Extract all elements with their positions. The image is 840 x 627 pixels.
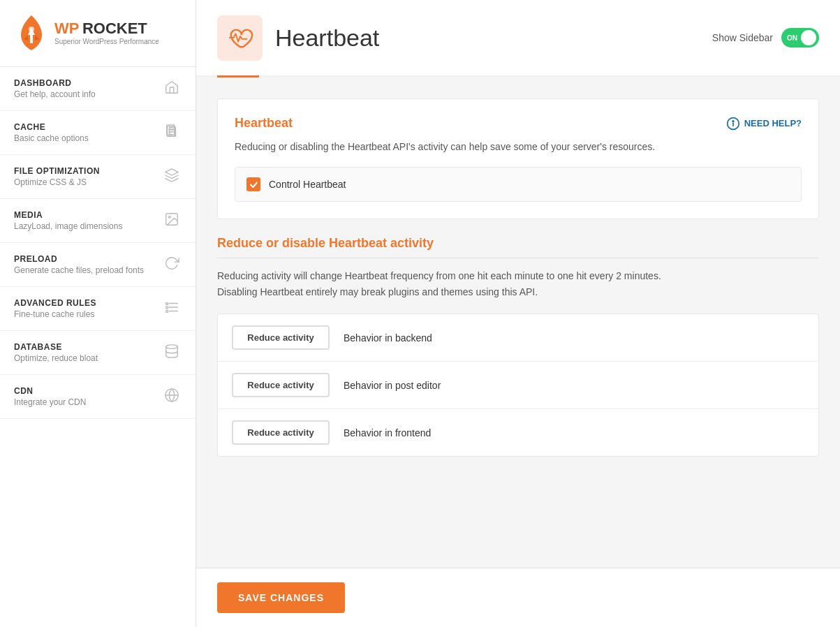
svg-point-16 <box>732 120 734 121</box>
file-icon <box>162 124 182 142</box>
sidebar-item-media[interactable]: MEDIA LazyLoad, image dimensions <box>0 199 196 243</box>
need-help-button[interactable]: NEED HELP? <box>726 117 802 131</box>
toggle-on-label: ON <box>784 34 797 42</box>
reduce-divider <box>217 258 819 258</box>
sidebar-item-cdn[interactable]: CDN Integrate your CDN <box>0 375 196 419</box>
header-left: Heartbeat <box>217 15 379 61</box>
reduce-activity-post-editor-button[interactable]: Reduce activity <box>232 373 330 397</box>
content-area: Heartbeat NEED HELP? Reducing or disabli… <box>196 78 840 568</box>
sidebar-item-file-optimization[interactable]: FILE OPTIMIZATION Optimize CSS & JS <box>0 155 196 199</box>
heartbeat-section-title: Heartbeat <box>235 116 293 131</box>
control-heartbeat-row: Control Heartbeat <box>235 167 802 202</box>
behavior-row-post-editor: Reduce activity Behavior in post editor <box>218 362 818 409</box>
logo-tagline: Superior WordPress Performance <box>54 38 159 45</box>
logo-text: WP ROCKET Superior WordPress Performance <box>54 21 159 45</box>
svg-marker-3 <box>165 168 178 175</box>
checkbox-check-icon <box>249 180 258 189</box>
sidebar-item-database[interactable]: DATABASE Optimize, reduce bloat <box>0 331 196 375</box>
page-title: Heartbeat <box>275 24 379 52</box>
sidebar: WP ROCKET Superior WordPress Performance… <box>0 0 196 627</box>
behavior-desc-frontend: Behavior in frontend <box>344 427 431 438</box>
heartbeat-section: Heartbeat NEED HELP? Reducing or disabli… <box>217 98 819 219</box>
globe-icon <box>162 388 182 406</box>
svg-rect-9 <box>166 302 168 304</box>
toggle-knob <box>801 30 816 45</box>
main-content: Heartbeat Show Sidebar ON Heartbeat <box>196 0 840 627</box>
behavior-row-backend: Reduce activity Behavior in backend <box>218 314 818 362</box>
page-header: Heartbeat Show Sidebar ON <box>196 0 840 77</box>
image-icon <box>162 212 182 230</box>
svg-point-0 <box>29 27 34 32</box>
svg-rect-11 <box>166 310 168 312</box>
house-icon <box>162 80 182 98</box>
layers-icon <box>162 168 182 186</box>
heartbeat-description: Reducing or disabling the Heartbeat API'… <box>235 139 802 154</box>
reduce-activity-backend-button[interactable]: Reduce activity <box>232 325 330 350</box>
sidebar-item-cache[interactable]: CACHE Basic cache options <box>0 111 196 155</box>
reduce-section-title: Reduce or disable Heartbeat activity <box>217 236 819 251</box>
wp-rocket-logo-icon <box>14 14 49 52</box>
control-heartbeat-label: Control Heartbeat <box>269 179 346 190</box>
refresh-icon <box>162 256 182 274</box>
reduce-activity-frontend-button[interactable]: Reduce activity <box>232 420 330 445</box>
header-right: Show Sidebar ON <box>712 28 819 47</box>
behavior-grid: Reduce activity Behavior in backend Redu… <box>217 314 819 457</box>
behavior-desc-post-editor: Behavior in post editor <box>344 380 441 391</box>
reduce-section: Reduce or disable Heartbeat activity Red… <box>217 236 819 457</box>
show-sidebar-toggle[interactable]: ON <box>781 28 819 47</box>
svg-rect-10 <box>166 307 168 309</box>
svg-point-5 <box>168 216 170 218</box>
save-area: SAVE CHANGES <box>196 568 840 627</box>
need-help-label: NEED HELP? <box>744 118 802 128</box>
database-icon <box>162 344 182 362</box>
behavior-desc-backend: Behavior in backend <box>344 332 432 344</box>
heartbeat-icon-box <box>217 15 263 61</box>
list-icon <box>162 300 182 318</box>
logo-rocket: ROCKET <box>82 20 147 37</box>
reduce-description: Reducing activity will change Heartbeat … <box>217 268 819 300</box>
sidebar-item-advanced-rules[interactable]: ADVANCED RULES Fine-tune cache rules <box>0 287 196 331</box>
sidebar-item-preload[interactable]: PRELOAD Generate cache files, preload fo… <box>0 243 196 287</box>
save-changes-button[interactable]: SAVE CHANGES <box>217 582 345 613</box>
show-sidebar-label: Show Sidebar <box>712 32 773 43</box>
section-header: Heartbeat NEED HELP? <box>235 116 802 131</box>
need-help-icon <box>726 117 740 131</box>
behavior-row-frontend: Reduce activity Behavior in frontend <box>218 409 818 456</box>
logo-wp: WP <box>54 20 79 37</box>
heartbeat-icon <box>227 24 253 51</box>
sidebar-item-dashboard[interactable]: DASHBOARD Get help, account info <box>0 67 196 111</box>
svg-point-12 <box>166 344 178 348</box>
control-heartbeat-checkbox[interactable] <box>246 177 260 191</box>
logo-area: WP ROCKET Superior WordPress Performance <box>0 0 196 67</box>
